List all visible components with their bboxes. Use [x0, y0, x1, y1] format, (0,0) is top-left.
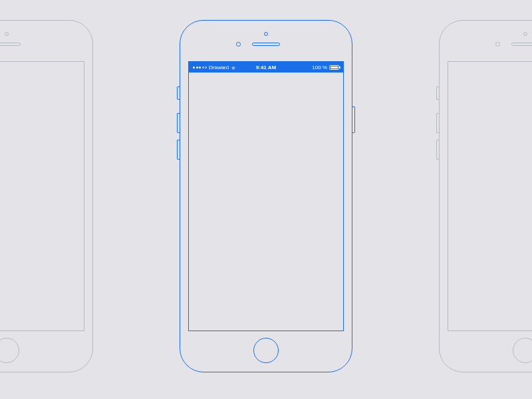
phone-screen: [0, 61, 84, 331]
earpiece-speaker: [511, 43, 532, 46]
phone-screen: Draward 9:41 AM 100 %: [188, 61, 344, 331]
battery-pct-label: 100 %: [312, 65, 327, 70]
proximity-sensor: [523, 32, 527, 36]
front-camera: [495, 42, 500, 47]
power-button: [352, 106, 355, 133]
signal-dots-icon: [193, 66, 207, 68]
wifi-icon: [231, 65, 236, 69]
ios-status-bar: Draward 9:41 AM 100 %: [189, 62, 343, 72]
volume-up: [177, 113, 180, 133]
carrier-label: Draward: [209, 65, 229, 70]
proximity-sensor: [264, 32, 268, 36]
mute-switch: [436, 86, 439, 100]
clock-label: 9:41 AM: [256, 65, 276, 70]
phone-wireframe-left: [0, 20, 93, 372]
svg-point-0: [233, 68, 234, 69]
volume-down: [177, 140, 180, 160]
phone-wireframe-right: [439, 20, 532, 372]
earpiece-speaker: [252, 43, 280, 46]
proximity-sensor: [5, 32, 9, 36]
earpiece-speaker: [0, 43, 21, 46]
status-right: 100 %: [312, 65, 339, 70]
battery-icon: [329, 65, 339, 70]
status-left: Draward: [193, 65, 236, 70]
phone-wireframe-center: Draward 9:41 AM 100 %: [180, 20, 352, 372]
phone-screen: [448, 61, 532, 331]
home-button: [253, 338, 279, 363]
volume-down: [436, 140, 439, 160]
volume-up: [436, 113, 439, 133]
front-camera: [236, 42, 241, 47]
mute-switch: [177, 86, 180, 100]
